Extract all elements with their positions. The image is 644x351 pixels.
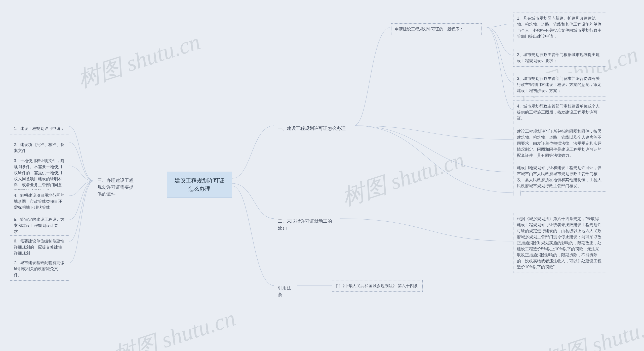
mindmap-canvas: 树图 shutu.cn 树图 shutu.cn 树图 shutu.cn 树图 s… bbox=[0, 0, 644, 351]
watermark: 树图 shutu.cn bbox=[109, 303, 239, 351]
branch3-item2[interactable]: 2、建设项目批准、核准、备案文件； bbox=[10, 139, 69, 157]
branch2-content[interactable]: 根据《城乡规划法》第六十四条规定，"未取得建设工程规划许可证或者未按照建设工程规… bbox=[513, 213, 606, 273]
branch1-empty-node[interactable] bbox=[513, 190, 521, 196]
branch3-item6[interactable]: 6、需要建设单位编制修建性详细规划的，应提交修建性详细规划； bbox=[10, 235, 69, 259]
branch1-sub1[interactable]: 申请建设工程规划许可证的一般程序： bbox=[391, 23, 482, 35]
branch3-item5[interactable]: 5、经审定的建设工程设计方案和建设工程规划设计要求； bbox=[10, 214, 69, 237]
branch4-title[interactable]: 引用法条 bbox=[274, 282, 297, 301]
branch3-title[interactable]: 三、办理建设工程规划许可证需要提供的证件 bbox=[94, 175, 140, 200]
root-node[interactable]: 建设工程规划许可证怎么办理 bbox=[167, 172, 232, 198]
branch3-item1[interactable]: 1、建设工程规划许可申请； bbox=[10, 123, 69, 134]
watermark: 树图 shutu.cn bbox=[338, 144, 468, 213]
branch1-para2[interactable]: 建设工程规划许可证所包括的附图和附件，按照建筑物、构筑物、道路、管线以及个人建房… bbox=[513, 126, 606, 161]
watermark: 树图 shutu.cn bbox=[539, 308, 644, 351]
branch1-sub1-item1[interactable]: 1、凡在城市规划区内新建、扩建和改建建筑物、构筑物、道路、管线和其他工程设施的单… bbox=[513, 13, 606, 42]
branch2-title[interactable]: 二、未取得许可证就动工的处罚 bbox=[274, 215, 340, 234]
watermark: 树图 shutu.cn bbox=[74, 26, 204, 95]
branch4-content[interactable]: [1]《中华人民共和国城乡规划法》 第六十四条 bbox=[332, 280, 423, 292]
branch1-sub1-item3[interactable]: 3、城市规划行政主管部门征求并综合协调有关行政主管部门对建设工程设计方案的意见，… bbox=[513, 73, 606, 96]
branch1-sub1-item4[interactable]: 4、城市规划行政主管部门审核建设单位或个人提供的工程施工图后，核发建设工程规划许… bbox=[513, 101, 606, 124]
branch1-sub1-item2[interactable]: 2、城市规划行政主管部门根据城市规划提出建设工程规划设计要求； bbox=[513, 49, 606, 67]
branch3-item7[interactable]: 7、城市建设基础配套费完缴证明或相关的政府减免文件。 bbox=[10, 257, 69, 281]
branch1-para3[interactable]: 建设用地规划许可证和建设工程规划许可证，设市城市由市人民政府城市规划行政主管部门… bbox=[513, 162, 606, 192]
branch3-item4[interactable]: 4、标明建设项目用地范围的地形图，市政管线类项目还需标明地下现状管线； bbox=[10, 190, 69, 213]
branch1-title[interactable]: 一、建设工程规划许可证怎么办理 bbox=[274, 123, 355, 134]
